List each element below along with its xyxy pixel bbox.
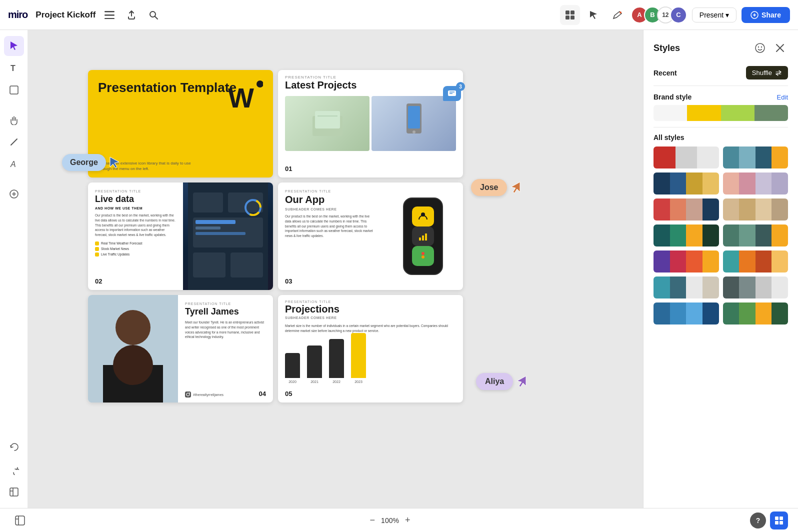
slide-5-number: 04 [259, 390, 266, 398]
app-icon-traffic [412, 246, 434, 266]
style-item-11[interactable] [654, 276, 719, 298]
svg-rect-0 [104, 11, 114, 12]
jose-label: Jose [471, 179, 507, 196]
help-button[interactable]: ? [750, 512, 766, 528]
comment-badge[interactable]: 3 [443, 86, 461, 101]
main-area: T A [0, 30, 798, 508]
slide-6[interactable]: PRESENTATION TITLE Projections SUBHEADER… [278, 295, 463, 402]
svg-rect-40 [196, 226, 220, 230]
svg-rect-45 [419, 238, 421, 240]
style-item-7[interactable] [654, 224, 719, 246]
panel-actions [752, 40, 788, 56]
slide-2[interactable]: PRESENTATION TITLE Latest Projects [278, 70, 463, 178]
svg-marker-60 [517, 376, 526, 387]
slide-3-pretitle: PRESENTATION TITLE [95, 190, 176, 193]
style-item-6[interactable] [723, 198, 788, 220]
slide-4-left: PRESENTATION TITLE Our App SUBHEADER COM… [278, 182, 383, 290]
app-icon-weather [412, 206, 434, 226]
comment-icon[interactable]: 3 [443, 86, 461, 101]
slide-4-pretitle: PRESENTATION TITLE [285, 190, 376, 193]
zoom-out-button[interactable]: − [370, 515, 376, 526]
svg-rect-69 [16, 516, 24, 525]
style-item-1[interactable] [654, 146, 719, 168]
style-item-2[interactable] [723, 146, 788, 168]
menu-button[interactable] [102, 7, 118, 23]
style-item-8[interactable] [723, 224, 788, 246]
slide-3-title: Live data [95, 194, 176, 204]
canvas[interactable]: Presentation Template W We have an exten… [28, 30, 643, 508]
svg-rect-6 [570, 10, 574, 14]
zoom-in-button[interactable]: + [405, 515, 410, 526]
style-item-14[interactable] [723, 302, 788, 324]
george-label: George [62, 154, 106, 171]
svg-rect-7 [566, 16, 570, 20]
svg-rect-47 [425, 234, 427, 240]
topbar: miro Project Kickoff A B 12 C Present ▾ [0, 0, 798, 30]
share-button[interactable]: Share [742, 7, 790, 23]
text2-tool[interactable]: A [4, 154, 24, 174]
svg-point-32 [412, 130, 416, 134]
svg-point-64 [756, 44, 764, 52]
style-item-9[interactable] [654, 250, 719, 272]
svg-point-48 [422, 252, 424, 255]
svg-rect-8 [570, 16, 574, 20]
svg-rect-74 [775, 521, 778, 524]
miro-logo: miro [8, 9, 28, 20]
svg-rect-2 [104, 18, 114, 19]
style-item-4[interactable] [723, 172, 788, 194]
panels-toggle[interactable] [10, 510, 30, 530]
slide-6-body: Market size is the number of individuals… [278, 324, 463, 334]
style-item-13[interactable] [654, 302, 719, 324]
style-item-12[interactable] [723, 276, 788, 298]
hand-tool[interactable] [4, 110, 24, 130]
svg-marker-9 [590, 11, 597, 19]
undo-tool[interactable] [4, 438, 24, 458]
edit-link[interactable]: Edit [777, 94, 788, 101]
pen-icon[interactable] [608, 6, 626, 24]
present-button[interactable]: Present ▾ [692, 8, 736, 22]
svg-point-50 [422, 259, 424, 262]
pen-tool[interactable] [4, 132, 24, 152]
cursor-icon[interactable] [585, 6, 603, 24]
style-item-10[interactable] [723, 250, 788, 272]
close-button[interactable] [772, 40, 788, 56]
text-tool[interactable]: T [4, 58, 24, 78]
slide-grid: Presentation Template W We have an exten… [88, 70, 463, 402]
slide-5-body: Meet our founder Tyrell. He is an entrep… [185, 320, 266, 340]
emoji-button[interactable] [752, 40, 768, 56]
svg-text:T: T [10, 64, 16, 72]
slide-6-number: 05 [285, 390, 292, 398]
board-toggle[interactable] [4, 482, 24, 502]
svg-rect-55 [185, 392, 191, 398]
note-tool[interactable] [4, 80, 24, 100]
style-item-5[interactable] [654, 198, 719, 220]
svg-line-17 [11, 139, 17, 145]
style-item-3[interactable] [654, 172, 719, 194]
svg-point-65 [758, 46, 759, 48]
slide-4-sub: SUBHEADER COMES HERE [285, 208, 376, 211]
divider-2 [654, 127, 788, 128]
svg-rect-73 [780, 516, 783, 520]
svg-rect-54 [113, 345, 153, 385]
slide-6-title: Projections [285, 304, 456, 315]
nav-button[interactable] [770, 512, 788, 530]
svg-rect-39 [196, 220, 236, 224]
slide-4[interactable]: PRESENTATION TITLE Our App SUBHEADER COM… [278, 182, 463, 290]
shuffle-button[interactable]: Shuffle [746, 66, 788, 80]
jose-cursor: Jose [471, 179, 521, 196]
slide-5[interactable]: PRESENTATION TITLE Tyrell James Meet our… [88, 295, 273, 402]
svg-rect-1 [104, 14, 114, 16]
brand-color-3 [721, 105, 754, 121]
slide-3-number: 02 [95, 278, 102, 285]
svg-line-4 [155, 16, 158, 19]
brand-color-4 [754, 105, 788, 121]
add-tool[interactable] [4, 184, 24, 204]
bar-2022 [329, 339, 344, 378]
all-styles-label: All styles [654, 134, 788, 142]
redo-tool[interactable] [4, 460, 24, 480]
grid-view-button[interactable] [560, 5, 580, 25]
search-button[interactable] [146, 7, 162, 23]
export-button[interactable] [124, 7, 140, 23]
select-tool[interactable] [4, 36, 24, 56]
slide-3[interactable]: PRESENTATION TITLE Live data AND HOW WE … [88, 182, 273, 290]
